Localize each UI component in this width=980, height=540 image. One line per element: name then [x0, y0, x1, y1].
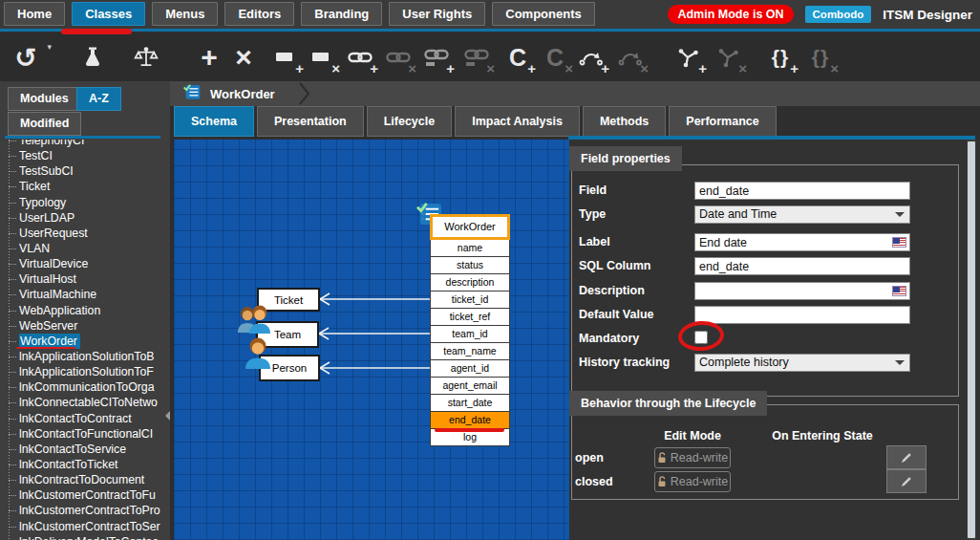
list-item[interactable]: lnkContractToDocument: [6, 472, 164, 487]
entity-field-ticket-id[interactable]: ticket_id: [430, 292, 510, 309]
list-item[interactable]: lnkCustomerContractToFu: [6, 487, 164, 503]
list-item[interactable]: TestCI: [6, 148, 164, 163]
add-field-icon[interactable]: +: [271, 42, 300, 73]
delete-relation-icon: ×: [714, 42, 743, 73]
add-relation-icon[interactable]: +: [674, 42, 703, 73]
closed-on-entering-state-edit-button[interactable]: [886, 469, 927, 493]
history-tracking-select[interactable]: Complete history: [694, 354, 910, 372]
menu-branding[interactable]: Branding: [301, 2, 382, 26]
annotation-underline-end-date: [435, 428, 504, 432]
list-item[interactable]: lnkContactToContract: [6, 411, 164, 426]
class-list-icon: [183, 83, 201, 104]
combodo-brand-button[interactable]: Combodo: [805, 6, 872, 23]
tab-lifecycle[interactable]: Lifecycle: [367, 106, 453, 137]
menu-classes[interactable]: Classes: [72, 2, 145, 26]
entity-field-start-date[interactable]: start_date: [430, 395, 510, 412]
list-item[interactable]: WebApplication: [6, 303, 164, 318]
entity-workorder-table[interactable]: WorkOrder name status description ticket…: [430, 214, 510, 446]
tab-methods[interactable]: Methods: [583, 106, 666, 137]
undo-dropdown-caret[interactable]: ▾: [47, 42, 52, 52]
list-item[interactable]: VirtualDevice: [6, 256, 164, 271]
list-item[interactable]: TestSubCI: [6, 163, 164, 179]
list-item[interactable]: WebServer: [6, 318, 164, 334]
props-scrollbar[interactable]: [967, 140, 976, 540]
add-method-icon[interactable]: {}+: [766, 42, 795, 73]
menu-editors[interactable]: Editors: [224, 2, 294, 26]
list-item[interactable]: lnkCustomerContractToPro: [6, 503, 164, 518]
sidebar-tab-modified[interactable]: Modified: [8, 112, 81, 136]
list-item[interactable]: lnkContactToService: [6, 442, 164, 457]
list-item[interactable]: lnkDeliveryModelToContac: [6, 534, 164, 540]
flask-sandbox-icon[interactable]: [78, 42, 107, 73]
list-item[interactable]: lnkContactToFunctionalCI: [6, 426, 164, 442]
add-transition-icon[interactable]: +: [577, 42, 606, 73]
entity-field-status[interactable]: status: [430, 257, 510, 274]
list-item[interactable]: lnkCustomerContractToSer: [6, 519, 164, 534]
type-select[interactable]: Date and Time: [694, 205, 910, 224]
list-item[interactable]: Ticket: [6, 179, 164, 194]
sql-column-input[interactable]: [694, 257, 910, 275]
list-item[interactable]: lnkApplicationSolutionToF: [6, 364, 164, 379]
admin-mode-badge: Admin Mode is ON: [668, 5, 793, 24]
open-on-entering-state-edit-button[interactable]: [886, 445, 927, 469]
field-label: Field: [579, 184, 607, 197]
menu-user-rights[interactable]: User Rights: [389, 2, 485, 26]
menu-components[interactable]: Components: [492, 2, 594, 26]
entity-field-agent-id[interactable]: agent_id: [430, 360, 510, 378]
list-item[interactable]: lnkCommunicationToOrga: [6, 379, 164, 395]
delete-icon[interactable]: ×: [229, 42, 258, 73]
sql-column-label: SQL Column: [579, 259, 650, 272]
schema-diagram-canvas[interactable]: Ticket Team Person WorkOrder name status…: [174, 140, 569, 540]
list-item-workorder-selected[interactable]: WorkOrder: [6, 334, 164, 349]
add-link-icon[interactable]: +: [346, 42, 374, 73]
entity-field-team-id[interactable]: team_id: [430, 326, 510, 343]
add-state-icon[interactable]: C+: [503, 42, 532, 73]
breadcrumb-title: WorkOrder: [210, 87, 275, 101]
entity-field-description[interactable]: description: [430, 274, 510, 292]
list-item[interactable]: VirtualHost: [6, 271, 164, 287]
entity-field-ticket-ref[interactable]: ticket_ref: [430, 309, 510, 326]
list-item[interactable]: VirtualMachine: [6, 287, 164, 302]
default-value-input[interactable]: [694, 306, 910, 324]
list-item[interactable]: UserLDAP: [6, 210, 164, 226]
list-item[interactable]: VLAN: [6, 241, 164, 256]
menu-menus[interactable]: Menus: [152, 2, 218, 26]
delete-link-icon: ×: [384, 42, 413, 73]
sidebar-collapse-handle[interactable]: [160, 411, 170, 421]
entity-workorder-header[interactable]: WorkOrder: [430, 214, 510, 240]
sidebar-tab-a-z[interactable]: A-Z: [76, 87, 121, 111]
sidebar-tab-modules[interactable]: Modules: [8, 87, 81, 111]
list-item[interactable]: lnkConnectableCIToNetwo: [6, 395, 164, 410]
closed-edit-mode-button[interactable]: Read-write: [654, 471, 731, 492]
undo-icon[interactable]: ↺▾: [11, 42, 40, 73]
description-input[interactable]: [694, 282, 910, 300]
delete-field-icon[interactable]: ×: [308, 42, 336, 73]
entity-field-team-name[interactable]: team_name: [430, 343, 510, 360]
entity-field-name[interactable]: name: [430, 240, 510, 257]
tab-impact-analysis[interactable]: Impact Analysis: [455, 106, 580, 137]
open-edit-mode-button[interactable]: Read-write: [654, 447, 731, 468]
delete-transition-icon: ×: [616, 42, 645, 73]
list-item[interactable]: UserRequest: [6, 226, 164, 241]
field-input[interactable]: [694, 182, 910, 200]
tab-performance[interactable]: Performance: [669, 106, 776, 137]
list-item[interactable]: lnkContactToTicket: [6, 457, 164, 472]
us-flag-icon: [892, 237, 906, 248]
type-label: Type: [579, 207, 606, 221]
list-item[interactable]: Typology: [6, 195, 164, 210]
list-item[interactable]: TelephonyCI: [6, 140, 164, 148]
list-item[interactable]: lnkApplicationSolutionToB: [6, 349, 164, 364]
add-icon[interactable]: +: [195, 42, 224, 73]
tab-schema[interactable]: Schema: [174, 106, 254, 137]
menu-right-group: Admin Mode is ON Combodo ITSM Designer: [668, 5, 980, 24]
entity-field-agent-email[interactable]: agent_email: [430, 378, 510, 395]
scales-audit-icon[interactable]: [132, 42, 160, 73]
top-menu-bar: Home Classes Menus Editors Branding User…: [0, 0, 980, 32]
menu-home[interactable]: Home: [4, 2, 65, 26]
add-external-key-icon[interactable]: +: [422, 42, 451, 73]
label-input[interactable]: [694, 233, 910, 251]
props-scrollbar-thumb[interactable]: [968, 141, 975, 538]
tab-presentation[interactable]: Presentation: [257, 106, 364, 137]
delete-external-key-icon: ×: [462, 42, 491, 73]
entity-field-end-date-selected[interactable]: end_date: [430, 412, 510, 429]
